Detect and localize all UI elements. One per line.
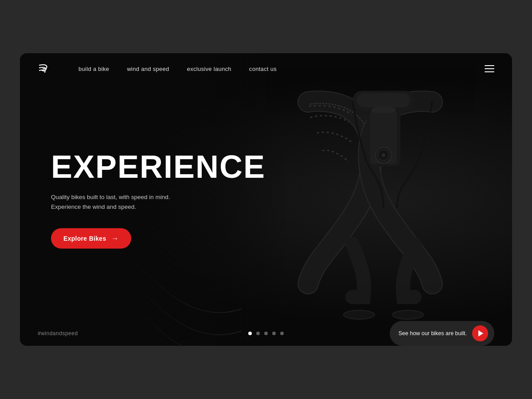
- hero-content: EXPERIENCE Quality bikes built to last, …: [51, 151, 237, 249]
- video-cta-button[interactable]: See how our bikes are built.: [390, 321, 494, 346]
- svg-point-8: [344, 310, 375, 319]
- nav-exclusive-launch[interactable]: exclusive launch: [187, 66, 231, 72]
- svg-point-9: [392, 310, 423, 319]
- svg-point-6: [382, 153, 385, 157]
- hero-title: EXPERIENCE: [51, 151, 237, 183]
- dot-4[interactable]: [272, 332, 276, 335]
- logo-icon: [38, 61, 52, 77]
- dot-1[interactable]: [248, 332, 252, 335]
- hashtag-label: #windandspeed: [38, 330, 78, 336]
- hero-subtitle: Quality bikes built to last, with speed …: [51, 192, 188, 212]
- play-icon: [478, 330, 483, 336]
- dot-3[interactable]: [264, 332, 268, 335]
- explore-bikes-label: Explore Bikes: [63, 235, 106, 242]
- main-container: build a bike wind and speed exclusive la…: [20, 53, 512, 346]
- navbar: build a bike wind and speed exclusive la…: [20, 53, 512, 84]
- hamburger-menu[interactable]: [485, 65, 494, 72]
- play-button[interactable]: [472, 325, 488, 341]
- svg-rect-1: [357, 93, 410, 107]
- nav-links: build a bike wind and speed exclusive la…: [78, 66, 485, 72]
- bottom-bar: #windandspeed See how our bikes are buil…: [20, 321, 512, 346]
- nav-wind-and-speed[interactable]: wind and speed: [127, 66, 169, 72]
- dot-5[interactable]: [280, 332, 284, 335]
- explore-bikes-button[interactable]: Explore Bikes →: [51, 228, 131, 248]
- nav-contact-us[interactable]: contact us: [249, 66, 277, 72]
- slide-indicators: [248, 332, 284, 335]
- nav-build-a-bike[interactable]: build a bike: [78, 66, 109, 72]
- dot-2[interactable]: [256, 332, 260, 335]
- logo[interactable]: [38, 61, 52, 77]
- hamburger-line-2: [485, 68, 494, 69]
- hamburger-line-1: [485, 65, 494, 66]
- hamburger-line-3: [485, 71, 494, 72]
- video-cta-label: See how our bikes are built.: [399, 330, 467, 336]
- svg-point-7: [371, 106, 396, 113]
- arrow-right-icon: →: [112, 234, 119, 242]
